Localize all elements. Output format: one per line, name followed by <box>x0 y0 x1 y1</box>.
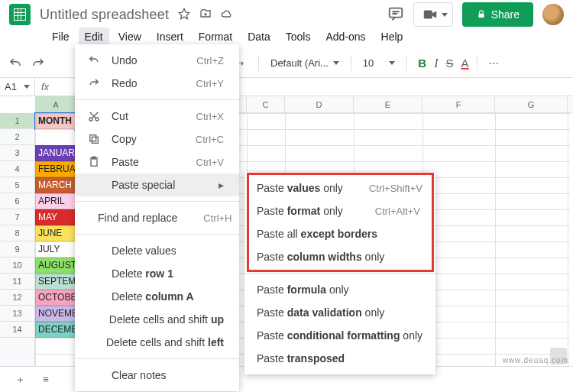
font-select[interactable]: Default (Ari... <box>267 55 343 71</box>
move-icon[interactable] <box>199 8 212 22</box>
comments-icon[interactable] <box>387 5 404 24</box>
paste-special-submenu: Paste values onlyCtrl+Shift+V Paste form… <box>244 172 435 374</box>
sheets-logo[interactable] <box>9 4 31 25</box>
paste-colwidth-item[interactable]: Paste column widths only <box>244 245 435 268</box>
paste-format-item[interactable]: Paste format onlyCtrl+Alt+V <box>244 199 435 222</box>
fx-label: fx <box>35 79 55 94</box>
cell-A6[interactable]: APRIL <box>35 193 77 209</box>
cell-A10[interactable]: AUGUST <box>35 258 77 274</box>
meet-button[interactable] <box>413 2 453 27</box>
font-size[interactable]: 10 <box>359 55 399 71</box>
find-item[interactable]: Find and replaceCtrl+H <box>75 206 239 229</box>
clear-notes-item[interactable]: Clear notes <box>75 364 239 387</box>
cell-A9[interactable]: JULY <box>35 241 77 258</box>
svg-rect-0 <box>389 8 402 17</box>
paste-formula-item[interactable]: Paste formula only <box>244 278 435 301</box>
all-sheets-button[interactable]: ≡ <box>35 369 57 390</box>
paste-cond-item[interactable]: Paste conditional formatting only <box>244 324 435 347</box>
paste-item[interactable]: PasteCtrl+V <box>75 151 239 173</box>
svg-rect-1 <box>423 11 432 19</box>
doc-title[interactable]: Untitled spreadsheet <box>40 7 169 23</box>
strike-button[interactable]: S <box>446 57 454 70</box>
cell-A8[interactable]: JUNE <box>35 225 77 241</box>
paste-trans-item[interactable]: Paste transposed <box>244 347 435 370</box>
redo-icon[interactable] <box>29 54 47 73</box>
cloud-icon[interactable] <box>221 8 233 22</box>
row-head-6[interactable]: 6 <box>0 193 34 209</box>
cell-A11[interactable]: SEPTEMBER <box>35 274 77 290</box>
menu-edit[interactable]: Edit <box>79 28 109 46</box>
edit-menu: UndoCtrl+Z RedoCtrl+Y CutCtrl+X CopyCtrl… <box>75 44 239 391</box>
col-head-d[interactable]: D <box>285 96 354 112</box>
cell-A12[interactable]: OCTOBER <box>35 290 77 306</box>
svg-rect-5 <box>92 137 98 143</box>
cell-A13[interactable]: NOVEMBER <box>35 306 77 322</box>
row-head-5[interactable]: 5 <box>0 177 34 193</box>
row-head-4[interactable]: 4 <box>0 161 34 177</box>
menu-insert[interactable]: Insert <box>151 28 189 46</box>
row-head-13[interactable]: 13 <box>0 306 34 322</box>
undo-item[interactable]: UndoCtrl+Z <box>75 49 239 72</box>
row-head-14[interactable]: 14 <box>0 322 34 338</box>
row-head-2[interactable]: 2 <box>0 129 34 145</box>
cell-A4[interactable]: FEBRUARY <box>35 161 77 177</box>
col-head-c[interactable]: C <box>247 96 285 112</box>
del-up-item[interactable]: Delete cells and shift up <box>75 308 239 331</box>
cell-A3[interactable]: JANUARY <box>35 145 77 161</box>
row-head-8[interactable]: 8 <box>0 225 34 241</box>
row-head-12[interactable]: 12 <box>0 290 34 306</box>
del-values-item[interactable]: Delete values <box>75 239 239 262</box>
copy-item[interactable]: CopyCtrl+C <box>75 128 239 151</box>
cut-item[interactable]: CutCtrl+X <box>75 105 239 128</box>
italic-button[interactable]: I <box>434 57 438 70</box>
row-head-10[interactable]: 10 <box>0 258 34 274</box>
del-row-item[interactable]: Delete row 1 <box>75 262 239 285</box>
cell-A5[interactable]: MARCH <box>35 177 77 193</box>
svg-rect-2 <box>478 14 484 18</box>
more-icon[interactable]: ⋯ <box>485 54 503 73</box>
star-icon[interactable] <box>178 8 190 22</box>
row-head-9[interactable]: 9 <box>0 241 34 258</box>
share-label: Share <box>491 8 520 21</box>
row-head-3[interactable]: 3 <box>0 145 34 161</box>
del-left-item[interactable]: Delete cells and shift left <box>75 331 239 354</box>
paste-values-item[interactable]: Paste values onlyCtrl+Shift+V <box>244 177 435 199</box>
row-head-7[interactable]: 7 <box>0 209 34 225</box>
add-sheet-button[interactable]: ＋ <box>9 369 31 390</box>
menu-help[interactable]: Help <box>375 28 410 46</box>
textcolor-button[interactable]: A <box>461 57 469 70</box>
row-head-11[interactable]: 11 <box>0 274 34 290</box>
col-head-e[interactable]: E <box>354 96 422 112</box>
name-box[interactable]: A1 <box>0 78 35 96</box>
bold-button[interactable]: B <box>418 57 426 70</box>
menu-format[interactable]: Format <box>193 28 238 46</box>
share-button[interactable]: Share <box>462 2 533 27</box>
menu-view[interactable]: View <box>112 28 147 46</box>
menu-addons[interactable]: Add-ons <box>319 28 371 46</box>
col-head-a[interactable]: A <box>35 96 77 112</box>
paste-exborders-item[interactable]: Paste all except borders <box>244 222 435 245</box>
cell-A14[interactable]: DECEMBER <box>35 322 77 338</box>
menu-tools[interactable]: Tools <box>280 28 317 46</box>
cell-A7[interactable]: MAY <box>35 209 77 225</box>
undo-icon[interactable] <box>6 54 24 73</box>
chevron-right-icon: ▸ <box>219 179 224 191</box>
row-head-1[interactable]: 1 <box>0 113 34 129</box>
svg-rect-6 <box>90 135 96 141</box>
menu-data[interactable]: Data <box>241 28 277 46</box>
cell-A1[interactable]: MONTH <box>35 113 77 129</box>
watermark: www.deuaq.com <box>503 356 568 364</box>
paste-datav-item[interactable]: Paste data validation only <box>244 301 435 324</box>
paste-special-item[interactable]: Paste special▸ <box>75 173 239 196</box>
col-head-g[interactable]: G <box>495 96 568 112</box>
menu-file[interactable]: File <box>46 28 76 46</box>
col-head-f[interactable]: F <box>422 96 495 112</box>
del-col-item[interactable]: Delete column A <box>75 285 239 308</box>
avatar[interactable] <box>542 4 564 25</box>
redo-item[interactable]: RedoCtrl+Y <box>75 72 239 95</box>
